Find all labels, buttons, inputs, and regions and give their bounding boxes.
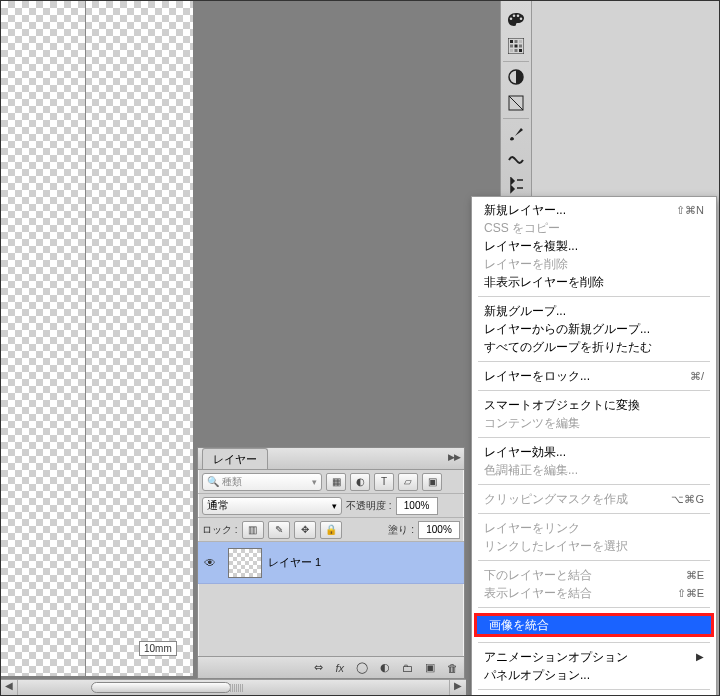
menu-item-label: レイヤー効果... bbox=[484, 443, 566, 461]
menu-item: レイヤーを削除 bbox=[472, 255, 716, 273]
menu-item-label: アニメーションオプション bbox=[484, 648, 628, 666]
styles-icon[interactable] bbox=[502, 90, 530, 116]
submenu-arrow-icon: ▶ bbox=[696, 648, 704, 666]
menu-item-label: 新規グループ... bbox=[484, 302, 566, 320]
menu-shortcut: ⌘E bbox=[686, 566, 704, 584]
menu-item[interactable]: スマートオブジェクトに変換 bbox=[472, 396, 716, 414]
lock-all-icon[interactable]: 🔒 bbox=[320, 521, 342, 539]
blend-mode-select[interactable]: 通常▾ bbox=[202, 497, 342, 515]
blend-row: 通常▾ 不透明度 : 100% bbox=[198, 494, 464, 518]
svg-rect-6 bbox=[519, 45, 522, 48]
menu-item: クリッピングマスクを作成⌥⌘G bbox=[472, 490, 716, 508]
menu-item[interactable]: パネルオプション... bbox=[472, 666, 716, 684]
scroll-thumb[interactable] bbox=[91, 682, 231, 693]
menu-item-label: リンクしたレイヤーを選択 bbox=[484, 537, 628, 555]
layers-panel: レイヤー ▶▶ 🔍 種類 ▾ ▦ ◐ T ▱ ▣ 通常▾ 不透明度 : 100%… bbox=[197, 447, 465, 679]
search-icon: 🔍 bbox=[207, 476, 219, 487]
drag-handle[interactable] bbox=[211, 682, 261, 695]
scroll-left-icon[interactable]: ◀ bbox=[1, 680, 18, 696]
panel-tabs: レイヤー ▶▶ bbox=[198, 448, 464, 470]
menu-separator bbox=[478, 390, 710, 391]
menu-item[interactable]: すべてのグループを折りたたむ bbox=[472, 338, 716, 356]
mask-icon[interactable]: ◯ bbox=[356, 661, 368, 674]
svg-rect-2 bbox=[515, 40, 518, 43]
opacity-label: 不透明度 : bbox=[346, 499, 392, 513]
panel-flyout-icon[interactable]: ▶▶ bbox=[448, 452, 460, 462]
trash-icon[interactable]: 🗑 bbox=[447, 662, 458, 674]
brush-presets-icon[interactable] bbox=[502, 147, 530, 173]
adjustment-layer-icon[interactable]: ◐ bbox=[380, 661, 390, 674]
layer-panel-context-menu[interactable]: 新規レイヤー...⇧⌘NCSS をコピーレイヤーを複製...レイヤーを削除非表示… bbox=[471, 196, 717, 696]
menu-item-label: 非表示レイヤーを削除 bbox=[484, 273, 604, 291]
menu-item-label: レイヤーを複製... bbox=[484, 237, 578, 255]
tab-layers[interactable]: レイヤー bbox=[202, 448, 268, 469]
lock-transparency-icon[interactable]: ▥ bbox=[242, 521, 264, 539]
menu-item[interactable]: 新規グループ... bbox=[472, 302, 716, 320]
menu-item-label: レイヤーをリンク bbox=[484, 519, 580, 537]
swatches-icon[interactable] bbox=[502, 33, 530, 59]
menu-item[interactable]: レイヤーをロック...⌘/ bbox=[472, 367, 716, 385]
menu-item-label: レイヤーを削除 bbox=[484, 255, 568, 273]
menu-item-label: すべてのグループを折りたたむ bbox=[484, 338, 652, 356]
menu-item: 表示レイヤーを結合⇧⌘E bbox=[472, 584, 716, 602]
menu-item: レイヤーをリンク bbox=[472, 519, 716, 537]
filter-type-icon[interactable]: T bbox=[374, 473, 394, 491]
new-layer-icon[interactable]: ▣ bbox=[425, 661, 435, 674]
menu-shortcut: ⌥⌘G bbox=[671, 490, 704, 508]
filter-shape-icon[interactable]: ▱ bbox=[398, 473, 418, 491]
document-canvas[interactable] bbox=[1, 1, 193, 676]
menu-item: リンクしたレイヤーを選択 bbox=[472, 537, 716, 555]
group-icon[interactable]: 🗀 bbox=[402, 662, 413, 674]
filter-pixel-icon[interactable]: ▦ bbox=[326, 473, 346, 491]
layer-name-label[interactable]: レイヤー 1 bbox=[268, 555, 321, 570]
menu-item[interactable]: レイヤーからの新規グループ... bbox=[472, 320, 716, 338]
filter-adjust-icon[interactable]: ◐ bbox=[350, 473, 370, 491]
menu-item-label: 画像を統合 bbox=[489, 616, 549, 634]
menu-item-label: クリッピングマスクを作成 bbox=[484, 490, 628, 508]
lock-paint-icon[interactable]: ✎ bbox=[268, 521, 290, 539]
highlighted-menu-item: 画像を統合 bbox=[474, 613, 714, 637]
menu-item-label: レイヤーからの新規グループ... bbox=[484, 320, 650, 338]
opacity-field[interactable]: 100% bbox=[396, 497, 438, 515]
fx-icon[interactable]: fx bbox=[335, 662, 344, 674]
layer-item[interactable]: 👁 レイヤー 1 bbox=[198, 542, 464, 584]
menu-item[interactable]: アニメーションオプション▶ bbox=[472, 648, 716, 666]
svg-rect-7 bbox=[510, 49, 513, 52]
filter-type-select[interactable]: 🔍 種類 ▾ bbox=[202, 473, 322, 491]
fill-label: 塗り : bbox=[388, 523, 414, 537]
scroll-right-icon[interactable]: ▶ bbox=[449, 680, 466, 696]
menu-item-label: 新規レイヤー... bbox=[484, 201, 566, 219]
filter-smart-icon[interactable]: ▣ bbox=[422, 473, 442, 491]
menu-separator bbox=[478, 642, 710, 643]
panel-footer: ⇔ fx ◯ ◐ 🗀 ▣ 🗑 bbox=[198, 656, 464, 678]
menu-item-label: CSS をコピー bbox=[484, 219, 560, 237]
menu-item[interactable]: 新規レイヤー...⇧⌘N bbox=[472, 201, 716, 219]
menu-item[interactable]: 画像を統合 bbox=[477, 616, 711, 634]
transparency-checker bbox=[1, 1, 193, 676]
svg-rect-1 bbox=[510, 40, 513, 43]
menu-separator bbox=[478, 607, 710, 608]
lock-row: ロック : ▥ ✎ ✥ 🔒 塗り : 100% bbox=[198, 518, 464, 542]
menu-separator bbox=[478, 484, 710, 485]
menu-shortcut: ⇧⌘N bbox=[676, 201, 704, 219]
filter-row: 🔍 種類 ▾ ▦ ◐ T ▱ ▣ bbox=[198, 470, 464, 494]
panel-strip bbox=[500, 1, 532, 199]
fill-field[interactable]: 100% bbox=[418, 521, 460, 539]
menu-separator bbox=[478, 689, 710, 690]
layer-thumbnail[interactable] bbox=[228, 548, 262, 578]
link-layers-icon[interactable]: ⇔ bbox=[314, 661, 323, 674]
svg-rect-3 bbox=[519, 40, 522, 43]
menu-item[interactable]: レイヤーを複製... bbox=[472, 237, 716, 255]
menu-item: 下のレイヤーと結合⌘E bbox=[472, 566, 716, 584]
menu-item[interactable]: 非表示レイヤーを削除 bbox=[472, 273, 716, 291]
menu-item[interactable]: レイヤー効果... bbox=[472, 443, 716, 461]
menu-item-label: パネルオプション... bbox=[484, 666, 590, 684]
visibility-toggle-icon[interactable]: 👁 bbox=[198, 556, 222, 570]
adjustments-icon[interactable] bbox=[502, 64, 530, 90]
palette-icon[interactable] bbox=[502, 7, 530, 33]
brushes-icon[interactable] bbox=[502, 121, 530, 147]
menu-separator bbox=[478, 437, 710, 438]
menu-separator bbox=[478, 361, 710, 362]
menu-separator bbox=[478, 296, 710, 297]
lock-position-icon[interactable]: ✥ bbox=[294, 521, 316, 539]
